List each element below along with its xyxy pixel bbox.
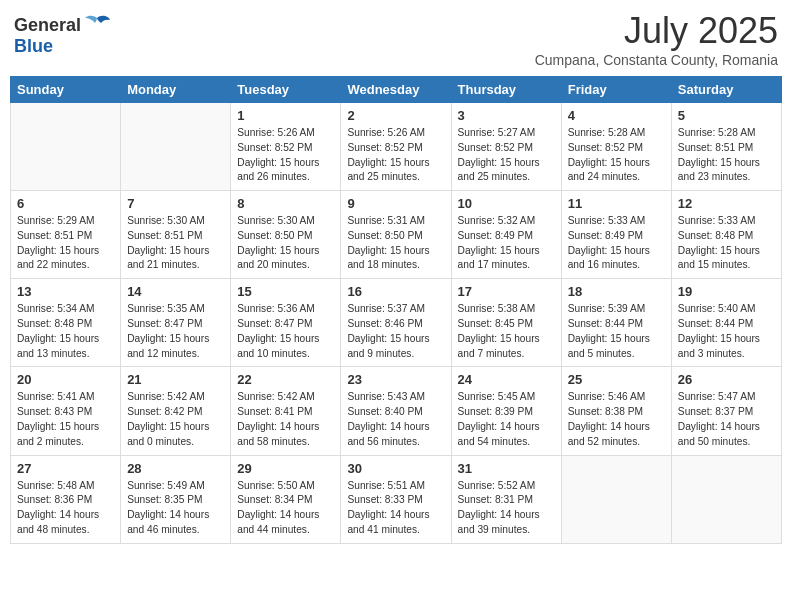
- day-info: Sunrise: 5:37 AMSunset: 8:46 PMDaylight:…: [347, 302, 444, 361]
- day-number: 31: [458, 461, 555, 476]
- month-year-title: July 2025: [535, 10, 778, 52]
- calendar-week-row: 13Sunrise: 5:34 AMSunset: 8:48 PMDayligh…: [11, 279, 782, 367]
- calendar-day-cell: 20Sunrise: 5:41 AMSunset: 8:43 PMDayligh…: [11, 367, 121, 455]
- day-number: 3: [458, 108, 555, 123]
- calendar-day-cell: 13Sunrise: 5:34 AMSunset: 8:48 PMDayligh…: [11, 279, 121, 367]
- calendar-day-cell: 7Sunrise: 5:30 AMSunset: 8:51 PMDaylight…: [121, 191, 231, 279]
- day-info: Sunrise: 5:43 AMSunset: 8:40 PMDaylight:…: [347, 390, 444, 449]
- calendar-day-cell: 3Sunrise: 5:27 AMSunset: 8:52 PMDaylight…: [451, 103, 561, 191]
- day-number: 20: [17, 372, 114, 387]
- day-number: 5: [678, 108, 775, 123]
- calendar-day-cell: 15Sunrise: 5:36 AMSunset: 8:47 PMDayligh…: [231, 279, 341, 367]
- calendar-day-cell: 23Sunrise: 5:43 AMSunset: 8:40 PMDayligh…: [341, 367, 451, 455]
- day-number: 19: [678, 284, 775, 299]
- day-number: 18: [568, 284, 665, 299]
- calendar-day-cell: 28Sunrise: 5:49 AMSunset: 8:35 PMDayligh…: [121, 455, 231, 543]
- day-info: Sunrise: 5:28 AMSunset: 8:52 PMDaylight:…: [568, 126, 665, 185]
- day-number: 15: [237, 284, 334, 299]
- day-number: 13: [17, 284, 114, 299]
- page-header: General Blue July 2025 Cumpana, Constant…: [10, 10, 782, 68]
- logo-general-text: General: [14, 15, 81, 36]
- day-info: Sunrise: 5:36 AMSunset: 8:47 PMDaylight:…: [237, 302, 334, 361]
- day-number: 8: [237, 196, 334, 211]
- logo-bird-icon: [83, 14, 111, 36]
- calendar-day-cell: 16Sunrise: 5:37 AMSunset: 8:46 PMDayligh…: [341, 279, 451, 367]
- day-number: 6: [17, 196, 114, 211]
- calendar-day-cell: [561, 455, 671, 543]
- day-number: 10: [458, 196, 555, 211]
- day-number: 9: [347, 196, 444, 211]
- calendar-week-row: 20Sunrise: 5:41 AMSunset: 8:43 PMDayligh…: [11, 367, 782, 455]
- day-number: 12: [678, 196, 775, 211]
- calendar-day-cell: 29Sunrise: 5:50 AMSunset: 8:34 PMDayligh…: [231, 455, 341, 543]
- day-number: 30: [347, 461, 444, 476]
- day-info: Sunrise: 5:34 AMSunset: 8:48 PMDaylight:…: [17, 302, 114, 361]
- calendar-day-cell: 22Sunrise: 5:42 AMSunset: 8:41 PMDayligh…: [231, 367, 341, 455]
- day-number: 25: [568, 372, 665, 387]
- calendar-day-cell: [121, 103, 231, 191]
- day-info: Sunrise: 5:49 AMSunset: 8:35 PMDaylight:…: [127, 479, 224, 538]
- day-number: 22: [237, 372, 334, 387]
- day-number: 1: [237, 108, 334, 123]
- title-section: July 2025 Cumpana, Constanta County, Rom…: [535, 10, 778, 68]
- calendar-day-cell: 6Sunrise: 5:29 AMSunset: 8:51 PMDaylight…: [11, 191, 121, 279]
- day-number: 11: [568, 196, 665, 211]
- calendar-day-cell: 18Sunrise: 5:39 AMSunset: 8:44 PMDayligh…: [561, 279, 671, 367]
- calendar-day-cell: 25Sunrise: 5:46 AMSunset: 8:38 PMDayligh…: [561, 367, 671, 455]
- logo: General Blue: [14, 14, 111, 57]
- day-number: 7: [127, 196, 224, 211]
- day-info: Sunrise: 5:42 AMSunset: 8:42 PMDaylight:…: [127, 390, 224, 449]
- day-info: Sunrise: 5:51 AMSunset: 8:33 PMDaylight:…: [347, 479, 444, 538]
- day-info: Sunrise: 5:33 AMSunset: 8:49 PMDaylight:…: [568, 214, 665, 273]
- calendar-day-cell: 5Sunrise: 5:28 AMSunset: 8:51 PMDaylight…: [671, 103, 781, 191]
- calendar-day-cell: 1Sunrise: 5:26 AMSunset: 8:52 PMDaylight…: [231, 103, 341, 191]
- day-info: Sunrise: 5:29 AMSunset: 8:51 PMDaylight:…: [17, 214, 114, 273]
- day-number: 23: [347, 372, 444, 387]
- calendar-day-cell: [11, 103, 121, 191]
- weekday-header-monday: Monday: [121, 77, 231, 103]
- day-number: 26: [678, 372, 775, 387]
- day-info: Sunrise: 5:33 AMSunset: 8:48 PMDaylight:…: [678, 214, 775, 273]
- day-number: 29: [237, 461, 334, 476]
- day-info: Sunrise: 5:35 AMSunset: 8:47 PMDaylight:…: [127, 302, 224, 361]
- calendar-table: SundayMondayTuesdayWednesdayThursdayFrid…: [10, 76, 782, 544]
- weekday-header-tuesday: Tuesday: [231, 77, 341, 103]
- calendar-day-cell: 12Sunrise: 5:33 AMSunset: 8:48 PMDayligh…: [671, 191, 781, 279]
- calendar-day-cell: 24Sunrise: 5:45 AMSunset: 8:39 PMDayligh…: [451, 367, 561, 455]
- calendar-week-row: 27Sunrise: 5:48 AMSunset: 8:36 PMDayligh…: [11, 455, 782, 543]
- day-info: Sunrise: 5:46 AMSunset: 8:38 PMDaylight:…: [568, 390, 665, 449]
- calendar-day-cell: 2Sunrise: 5:26 AMSunset: 8:52 PMDaylight…: [341, 103, 451, 191]
- day-number: 2: [347, 108, 444, 123]
- calendar-day-cell: 9Sunrise: 5:31 AMSunset: 8:50 PMDaylight…: [341, 191, 451, 279]
- day-number: 28: [127, 461, 224, 476]
- calendar-day-cell: 4Sunrise: 5:28 AMSunset: 8:52 PMDaylight…: [561, 103, 671, 191]
- day-info: Sunrise: 5:27 AMSunset: 8:52 PMDaylight:…: [458, 126, 555, 185]
- day-number: 24: [458, 372, 555, 387]
- calendar-week-row: 1Sunrise: 5:26 AMSunset: 8:52 PMDaylight…: [11, 103, 782, 191]
- calendar-day-cell: 10Sunrise: 5:32 AMSunset: 8:49 PMDayligh…: [451, 191, 561, 279]
- day-info: Sunrise: 5:26 AMSunset: 8:52 PMDaylight:…: [347, 126, 444, 185]
- day-info: Sunrise: 5:47 AMSunset: 8:37 PMDaylight:…: [678, 390, 775, 449]
- day-info: Sunrise: 5:45 AMSunset: 8:39 PMDaylight:…: [458, 390, 555, 449]
- day-number: 21: [127, 372, 224, 387]
- calendar-week-row: 6Sunrise: 5:29 AMSunset: 8:51 PMDaylight…: [11, 191, 782, 279]
- day-info: Sunrise: 5:38 AMSunset: 8:45 PMDaylight:…: [458, 302, 555, 361]
- day-info: Sunrise: 5:41 AMSunset: 8:43 PMDaylight:…: [17, 390, 114, 449]
- calendar-day-cell: 27Sunrise: 5:48 AMSunset: 8:36 PMDayligh…: [11, 455, 121, 543]
- calendar-day-cell: 14Sunrise: 5:35 AMSunset: 8:47 PMDayligh…: [121, 279, 231, 367]
- day-info: Sunrise: 5:39 AMSunset: 8:44 PMDaylight:…: [568, 302, 665, 361]
- calendar-day-cell: 8Sunrise: 5:30 AMSunset: 8:50 PMDaylight…: [231, 191, 341, 279]
- day-number: 16: [347, 284, 444, 299]
- weekday-header-sunday: Sunday: [11, 77, 121, 103]
- day-info: Sunrise: 5:42 AMSunset: 8:41 PMDaylight:…: [237, 390, 334, 449]
- weekday-header-row: SundayMondayTuesdayWednesdayThursdayFrid…: [11, 77, 782, 103]
- weekday-header-thursday: Thursday: [451, 77, 561, 103]
- day-info: Sunrise: 5:32 AMSunset: 8:49 PMDaylight:…: [458, 214, 555, 273]
- calendar-day-cell: [671, 455, 781, 543]
- calendar-day-cell: 31Sunrise: 5:52 AMSunset: 8:31 PMDayligh…: [451, 455, 561, 543]
- day-info: Sunrise: 5:52 AMSunset: 8:31 PMDaylight:…: [458, 479, 555, 538]
- day-info: Sunrise: 5:28 AMSunset: 8:51 PMDaylight:…: [678, 126, 775, 185]
- day-number: 14: [127, 284, 224, 299]
- day-number: 17: [458, 284, 555, 299]
- logo-blue-text: Blue: [14, 36, 53, 57]
